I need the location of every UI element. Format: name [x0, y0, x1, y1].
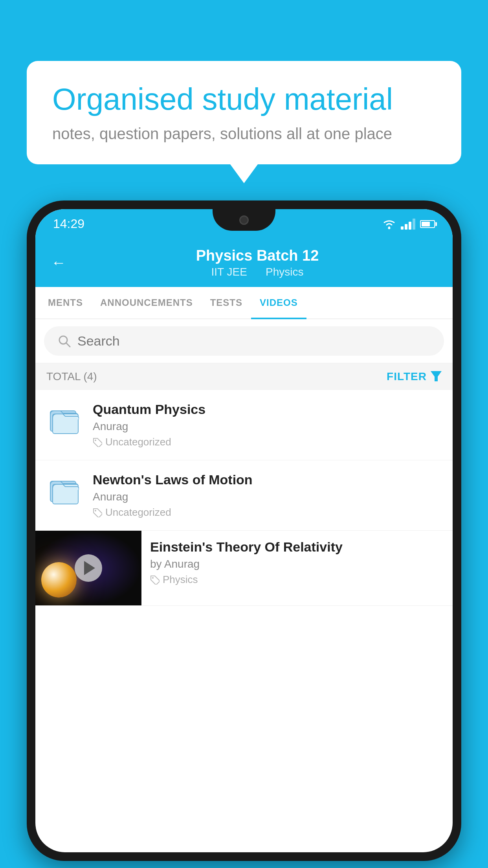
app-header: ← Physics Batch 12 IIT JEE Physics — [35, 239, 453, 287]
video-author: by Anurag — [150, 558, 444, 570]
batch-subject: Physics — [266, 266, 303, 278]
folder-icon — [46, 402, 82, 437]
status-icons — [382, 219, 435, 230]
filter-bar: TOTAL (4) FILTER — [35, 363, 453, 390]
video-thumbnail — [35, 531, 141, 605]
video-author: Anurag — [93, 491, 442, 503]
video-title: Quantum Physics — [93, 402, 442, 417]
filter-icon — [431, 371, 442, 382]
tab-announcements[interactable]: ANNOUNCEMENTS — [92, 287, 202, 318]
search-container — [35, 319, 453, 363]
video-title: Newton's Laws of Motion — [93, 472, 442, 487]
play-icon — [84, 561, 95, 575]
phone-frame: 14:29 — [27, 200, 461, 861]
search-input[interactable] — [77, 333, 430, 349]
video-info: Einstein's Theory Of Relativity by Anura… — [141, 531, 453, 594]
speech-bubble-subtitle: notes, question papers, solutions all at… — [52, 125, 436, 143]
search-icon — [58, 335, 71, 348]
svg-point-6 — [95, 440, 96, 441]
wifi-icon — [382, 219, 396, 230]
svg-point-10 — [152, 577, 154, 579]
video-list: Quantum Physics Anurag Uncategorized — [35, 390, 453, 606]
video-info: Newton's Laws of Motion Anurag Uncategor… — [93, 472, 442, 519]
batch-category: IIT JEE — [211, 266, 247, 278]
svg-point-9 — [95, 510, 96, 511]
play-button[interactable] — [75, 554, 102, 582]
batch-subtitle: IIT JEE Physics — [78, 266, 437, 278]
tag-icon — [93, 438, 102, 447]
filter-button[interactable]: FILTER — [387, 370, 442, 383]
status-time: 14:29 — [53, 217, 84, 231]
tab-videos[interactable]: VIDEOS — [251, 287, 306, 318]
camera-icon — [239, 215, 249, 225]
list-item[interactable]: Newton's Laws of Motion Anurag Uncategor… — [35, 460, 453, 531]
video-title: Einstein's Theory Of Relativity — [150, 539, 444, 555]
video-info: Quantum Physics Anurag Uncategorized — [93, 402, 442, 448]
folder-icon — [46, 472, 82, 508]
svg-marker-3 — [431, 371, 442, 381]
tab-tests[interactable]: TESTS — [202, 287, 251, 318]
tab-ments[interactable]: MENTS — [39, 287, 92, 318]
speech-bubble-container: Organised study material notes, question… — [27, 61, 461, 164]
video-tag: Uncategorized — [93, 506, 442, 519]
header-title-block: Physics Batch 12 IIT JEE Physics — [78, 247, 437, 278]
search-bar — [44, 326, 444, 356]
phone-screen: 14:29 — [35, 209, 453, 852]
planet-graphic — [41, 562, 77, 598]
speech-bubble-title: Organised study material — [52, 83, 436, 116]
phone-container: 14:29 — [27, 200, 461, 861]
tabs-bar: MENTS ANNOUNCEMENTS TESTS VIDEOS — [35, 287, 453, 319]
total-count: TOTAL (4) — [46, 370, 97, 383]
list-item[interactable]: Quantum Physics Anurag Uncategorized — [35, 390, 453, 460]
svg-point-0 — [388, 227, 391, 229]
video-tag: Physics — [150, 574, 444, 586]
video-tag: Uncategorized — [93, 436, 442, 448]
notch — [213, 209, 275, 231]
batch-title: Physics Batch 12 — [78, 247, 437, 264]
video-author: Anurag — [93, 420, 442, 433]
tag-icon — [93, 508, 102, 517]
speech-bubble: Organised study material notes, question… — [27, 61, 461, 164]
signal-icon — [401, 219, 415, 230]
status-bar: 14:29 — [35, 209, 453, 239]
back-button[interactable]: ← — [51, 254, 66, 271]
svg-line-2 — [66, 343, 70, 347]
tag-icon — [150, 575, 160, 585]
battery-icon — [420, 220, 435, 228]
list-item[interactable]: Einstein's Theory Of Relativity by Anura… — [35, 531, 453, 606]
